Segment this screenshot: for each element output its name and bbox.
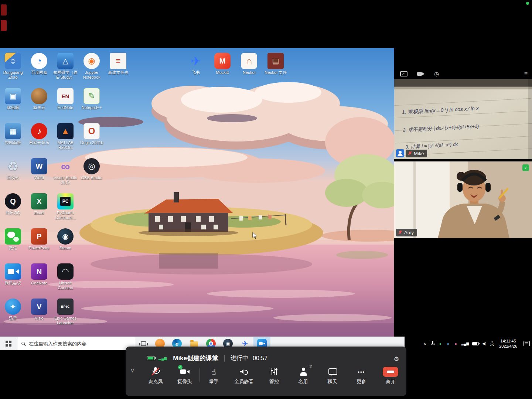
desktop-icon-column: ☺ Dongqiang Zhao ▣ 此电脑 ▦ 控制面板 ♻ 回收站 <box>0 53 27 330</box>
desktop-icon[interactable]: ◔ 百度网盘 <box>25 53 54 84</box>
desktop-icon[interactable]: X Excel <box>25 193 54 225</box>
desktop-icon-column: ≡ 新建文件夹 <box>104 53 133 84</box>
participant-video-mike[interactable]: 1. 求极限 lim(x→0⁺) ln cos x ∕ ln x 2. 求不定积… <box>394 79 532 159</box>
app-icon: ✎ <box>83 88 100 104</box>
icon-glyph: P <box>37 232 41 241</box>
desktop-icon[interactable]: O Origin 2021b <box>77 123 106 154</box>
panel-toolbar-icon[interactable]: ≡ <box>524 70 528 78</box>
camera-on-badge-icon: ✓ <box>178 365 183 369</box>
meeting-button-label: 更多 <box>357 378 366 385</box>
meeting-button[interactable]: 全员静音 <box>234 367 253 385</box>
desktop-icon[interactable]: ♪ 网易云音乐 <box>25 123 54 154</box>
icon-glyph: ◉ <box>62 232 68 241</box>
meeting-button[interactable]: ☝ 举手 <box>205 367 222 385</box>
tray-icon[interactable]: 英 <box>490 341 494 347</box>
tray-icon[interactable]: ● <box>454 342 458 346</box>
tray-clock[interactable]: 14:11:45 2022/4/26 <box>499 338 517 349</box>
battery-icon <box>147 356 155 360</box>
video-panel-toolbar: ◷ ≡ <box>394 68 532 79</box>
settings-gear-icon[interactable]: ⚙ <box>394 355 399 362</box>
tray-icon[interactable] <box>430 341 435 347</box>
desktop-icon[interactable]: 腾讯会议 <box>0 263 27 295</box>
search-icon <box>21 342 25 346</box>
meeting-button[interactable]: ••• 更多 <box>353 367 370 385</box>
desktop-icon[interactable]: V Visio <box>25 299 54 330</box>
desktop-icon[interactable]: 微信 <box>0 228 27 260</box>
panel-toolbar-icon[interactable] <box>400 71 407 76</box>
meeting-button[interactable]: 2 名册 <box>295 367 312 385</box>
desktop-icon[interactable]: W Word <box>25 158 54 190</box>
meeting-button-icon: ••• <box>355 367 367 376</box>
meeting-button[interactable]: 离开 <box>382 367 399 385</box>
meeting-button-label: 麦克风 <box>149 378 163 385</box>
taskbar-search[interactable] <box>17 337 135 350</box>
meeting-button[interactable]: 聊天 <box>324 367 341 385</box>
start-button[interactable] <box>0 337 17 350</box>
desktop-icon-column: △ 知网研学（原E-Study） EN EndNote ▲ MATLAB R20… <box>51 53 80 330</box>
desktop-icon-label: 飞书 <box>192 70 200 75</box>
meeting-button[interactable]: ✓ 摄像头 <box>176 367 193 385</box>
tray-icon[interactable]: ◀) <box>482 342 487 345</box>
participant-video-amy[interactable]: ✓ Amy <box>394 161 532 238</box>
desktop-icon[interactable]: ☺ Dongqiang Zhao <box>0 53 27 84</box>
desktop-icon-label: MATLAB R2019a <box>52 140 79 150</box>
icon-glyph: PC <box>60 197 71 206</box>
desktop-icon[interactable]: ✈ 飞书 <box>183 53 209 84</box>
app-icon: ◠ <box>57 263 74 280</box>
desktop-icon[interactable]: N OneNote <box>25 263 54 295</box>
desktop-icon-label: PowerPoint <box>29 246 50 250</box>
desktop-icon[interactable]: ◎ OBS Studio <box>77 158 106 190</box>
meeting-button[interactable]: 麦克风 <box>147 367 164 385</box>
desktop-icon[interactable]: ∞ Visual Studio 2019 <box>51 158 80 190</box>
desktop-icon[interactable]: Q 腾讯QQ <box>0 193 27 225</box>
desktop-icon[interactable]: EN EndNote <box>51 88 80 119</box>
desktop-icon[interactable]: ◠ Ubisoft Connect <box>51 263 80 295</box>
meeting-button-icon <box>383 367 398 377</box>
desktop-icon[interactable]: EPIC Epic Games Launcher <box>51 299 80 330</box>
desktop[interactable]: ☺ Dongqiang Zhao ▣ 此电脑 ▦ 控制面板 ♻ 回收站 <box>0 48 394 337</box>
desktop-icon[interactable]: ▤ Neukol 文件 <box>262 53 289 84</box>
mic-muted-icon <box>398 230 402 235</box>
icon-glyph: ☝ <box>211 368 216 376</box>
desktop-icon[interactable]: M Mockitt <box>209 53 236 84</box>
desktop-icon[interactable]: ✦ 迅雷 <box>0 299 27 330</box>
desktop-icon[interactable]: ▣ 此电脑 <box>0 88 27 119</box>
desktop-icon[interactable]: PC PyCharm Communi... <box>51 193 80 225</box>
collapse-bar-icon[interactable]: ∨ <box>130 367 134 374</box>
app-icon: N <box>31 263 47 280</box>
desktop-icon[interactable]: ◉ Steam <box>51 228 80 260</box>
desktop-icon-label: EndNote <box>58 105 74 110</box>
desktop-icon-label: Dongqiang Zhao <box>0 70 27 80</box>
desktop-icon[interactable]: ⌂ Neukol <box>236 53 262 84</box>
desktop-icon-label: 坚果云 <box>33 105 45 110</box>
desktop-icon[interactable]: 坚果云 <box>25 88 54 119</box>
tray-icon[interactable]: ▂▄▆ <box>461 342 469 345</box>
icon-glyph: O <box>88 126 95 136</box>
taskbar-search-input[interactable] <box>29 341 131 347</box>
desktop-icon[interactable]: ◉ Jupyter Notebook <box>77 53 106 84</box>
meeting-button-label: 聊天 <box>328 378 337 385</box>
meeting-button[interactable]: 管控 <box>266 367 283 385</box>
desktop-icon[interactable]: △ 知网研学（原E-Study） <box>51 53 80 84</box>
desktop-icon-label: Notepad++ <box>82 105 102 110</box>
app-icon: ◎ <box>83 158 100 174</box>
app-icon: ◉ <box>57 228 74 245</box>
desktop-icon-label: 控制面板 <box>5 140 21 145</box>
desktop-icon[interactable]: P PowerPoint <box>25 228 54 260</box>
desktop-icon[interactable]: ♻ 回收站 <box>0 158 27 190</box>
desktop-icon[interactable]: ≡ 新建文件夹 <box>104 53 133 84</box>
panel-toolbar-icon[interactable]: ◷ <box>434 70 439 78</box>
tray-icon[interactable]: ∧ <box>423 341 427 346</box>
tray-date: 2022/4/26 <box>499 344 517 349</box>
desktop-icon[interactable]: ▲ MATLAB R2019a <box>51 123 80 154</box>
icon-glyph: ≡ <box>116 56 121 66</box>
divider <box>224 355 225 362</box>
desktop-icon[interactable]: ▦ 控制面板 <box>0 123 27 154</box>
tray-icon[interactable]: ● <box>438 342 443 346</box>
panel-toolbar-icon[interactable] <box>416 70 425 78</box>
tray-icon[interactable] <box>472 342 479 345</box>
app-icon <box>31 88 47 104</box>
action-center-icon[interactable] <box>524 341 530 346</box>
tray-icon[interactable]: ● <box>446 342 450 346</box>
desktop-icon[interactable]: ✎ Notepad++ <box>77 88 106 119</box>
